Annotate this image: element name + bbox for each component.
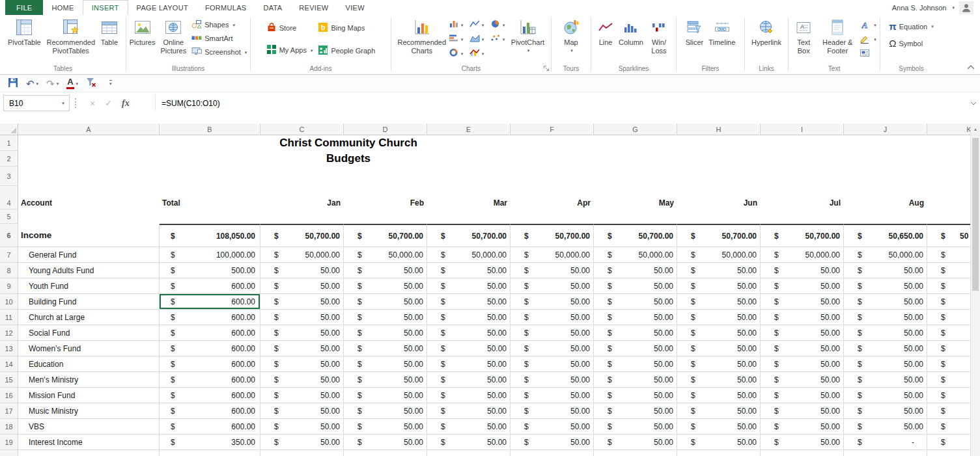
header-footer-button[interactable]: Header & Footer bbox=[818, 16, 857, 55]
name-box[interactable]: B10 ▾ bbox=[3, 95, 70, 111]
account-month-cell[interactable]: $50.00 bbox=[594, 403, 677, 419]
tab-insert[interactable]: INSERT bbox=[83, 0, 128, 15]
account-month-cell[interactable]: $50.00 bbox=[511, 403, 594, 419]
tab-view[interactable]: VIEW bbox=[337, 0, 373, 15]
account-month-cell[interactable]: $50.00 bbox=[594, 278, 677, 294]
account-month-cell[interactable]: $50.00 bbox=[260, 325, 344, 341]
row-header-13[interactable]: 13 bbox=[0, 341, 18, 356]
income-month-cell[interactable]: $50,650.00 bbox=[844, 224, 927, 247]
account-total-cell[interactable]: $100,000.00 bbox=[160, 247, 260, 263]
account-total-cell[interactable]: $600.00 bbox=[160, 356, 260, 372]
account-month-cell[interactable]: $- bbox=[844, 435, 927, 450]
account-month-cell[interactable]: $50.00 bbox=[844, 278, 927, 294]
account-month-cell[interactable]: $50.00 bbox=[677, 263, 761, 278]
row-header-11[interactable]: 11 bbox=[0, 310, 18, 325]
account-month-cell[interactable]: $50.00 bbox=[844, 341, 927, 356]
account-name-cell[interactable]: VBS bbox=[18, 419, 160, 435]
people-graph-button[interactable]: People Graph bbox=[316, 44, 376, 57]
row-header-2[interactable]: 2 bbox=[0, 151, 18, 167]
row-header-17[interactable]: 17 bbox=[0, 403, 18, 419]
account-month-cell[interactable]: $50.00 bbox=[344, 388, 427, 403]
empty-cell[interactable] bbox=[18, 167, 980, 186]
account-name-cell[interactable]: Youth Fund bbox=[18, 278, 160, 294]
account-month-cell[interactable]: $50.00 bbox=[260, 263, 344, 278]
account-month-cell[interactable]: $50.00 bbox=[761, 325, 844, 341]
account-month-cell[interactable]: $50.00 bbox=[260, 310, 344, 325]
account-month-cell[interactable]: $50.00 bbox=[344, 356, 427, 372]
column-header-H[interactable]: H bbox=[677, 124, 761, 135]
account-month-cell[interactable]: $50.00 bbox=[344, 419, 427, 435]
account-total-cell[interactable]: $600.00 bbox=[160, 403, 260, 419]
user-avatar-icon[interactable] bbox=[959, 1, 973, 14]
account-month-cell[interactable]: $50.00 bbox=[511, 263, 594, 278]
account-month-cell[interactable]: $50.00 bbox=[844, 325, 927, 341]
row-header-14[interactable]: 14 bbox=[0, 356, 18, 372]
account-month-cell[interactable]: $50.00 bbox=[427, 325, 511, 341]
insert-bar-chart-button[interactable]: ▾ bbox=[449, 34, 467, 44]
account-total-cell[interactable]: $500.00 bbox=[160, 263, 260, 278]
column-header-A[interactable]: A bbox=[18, 124, 160, 135]
account-month-cell[interactable]: $50.00 bbox=[761, 294, 844, 310]
equation-button[interactable]: π Equation ▾ bbox=[888, 21, 934, 32]
account-month-cell[interactable]: $50.00 bbox=[511, 278, 594, 294]
income-label-cell[interactable]: Income bbox=[18, 224, 160, 247]
account-month-cell[interactable]: $50.00 bbox=[344, 435, 427, 450]
row-header-20[interactable] bbox=[0, 450, 18, 456]
month-header-cell[interactable]: Apr bbox=[511, 186, 594, 209]
expand-formula-bar-button[interactable] bbox=[968, 95, 979, 111]
my-apps-button[interactable]: My Apps ▾ bbox=[265, 44, 315, 57]
account-total-cell[interactable]: $600.00 bbox=[160, 325, 260, 341]
text-box-button[interactable]: A Text Box bbox=[789, 16, 818, 55]
signature-line-button[interactable]: ▾ bbox=[858, 33, 878, 46]
account-total-cell[interactable]: $600.00 bbox=[160, 310, 260, 325]
formula-bar-resize-handle[interactable] bbox=[75, 98, 76, 108]
column-header-I[interactable]: I bbox=[761, 124, 844, 135]
account-month-cell[interactable]: $50.00 bbox=[761, 435, 844, 450]
scrollbar-thumb[interactable] bbox=[972, 138, 979, 291]
screenshot-button[interactable]: Screenshot ▾ bbox=[190, 46, 248, 58]
column-header-J[interactable]: J bbox=[844, 124, 927, 135]
empty-cell[interactable] bbox=[18, 209, 980, 224]
income-month-cell[interactable]: $50,700.00 bbox=[344, 224, 427, 247]
row-header-10[interactable]: 10 bbox=[0, 294, 18, 310]
empty-cell[interactable] bbox=[160, 450, 260, 456]
account-name-cell[interactable]: Young Adults Fund bbox=[18, 263, 160, 278]
title-cell[interactable]: Christ Community Church bbox=[18, 135, 980, 151]
account-month-cell[interactable]: $50.00 bbox=[594, 356, 677, 372]
enter-entry-icon[interactable]: ✓ bbox=[105, 98, 112, 108]
row-header-8[interactable]: 8 bbox=[0, 263, 18, 278]
account-month-cell[interactable]: $50.00 bbox=[594, 263, 677, 278]
income-month-cell[interactable]: $50,700.00 bbox=[511, 224, 594, 247]
scroll-up-icon[interactable]: ▲ bbox=[971, 124, 980, 135]
account-month-cell[interactable]: $50.00 bbox=[427, 341, 511, 356]
shapes-button[interactable]: Shapes ▾ bbox=[190, 19, 248, 31]
column-header-F[interactable]: F bbox=[511, 124, 594, 135]
month-header-cell[interactable]: Mar bbox=[427, 186, 511, 209]
tab-file[interactable]: FILE bbox=[5, 0, 43, 15]
account-month-cell[interactable]: $50.00 bbox=[427, 294, 511, 310]
account-total-cell[interactable]: $600.00 bbox=[160, 294, 260, 310]
account-month-cell[interactable]: $50.00 bbox=[761, 310, 844, 325]
insert-column-chart-button[interactable]: ▾ bbox=[449, 20, 467, 30]
sparkline-winloss-button[interactable]: Win/ Loss bbox=[646, 16, 672, 55]
map-button[interactable]: Map ▾ bbox=[560, 16, 582, 53]
account-month-cell[interactable]: $50.00 bbox=[427, 278, 511, 294]
select-all-button[interactable] bbox=[0, 124, 18, 135]
recommended-pivottables-button[interactable]: Recommended PivotTables bbox=[44, 16, 98, 55]
slicer-button[interactable]: Slicer bbox=[683, 16, 707, 47]
account-month-cell[interactable]: $50.00 bbox=[260, 294, 344, 310]
empty-cell[interactable] bbox=[511, 450, 594, 456]
account-month-cell[interactable]: $50.00 bbox=[344, 341, 427, 356]
account-month-cell[interactable]: $50.00 bbox=[511, 310, 594, 325]
account-month-cell[interactable]: $50.00 bbox=[677, 341, 761, 356]
tab-formulas[interactable]: FORMULAS bbox=[197, 0, 255, 15]
account-name-cell[interactable]: Mission Fund bbox=[18, 388, 160, 403]
cancel-entry-icon[interactable]: × bbox=[90, 98, 95, 109]
formula-input[interactable]: =SUM(C10:O10) bbox=[155, 95, 966, 111]
symbol-button[interactable]: Ω Symbol bbox=[888, 38, 934, 49]
account-month-cell[interactable]: $50.00 bbox=[511, 325, 594, 341]
account-area[interactable]: Anna S. Johnson ▾ bbox=[892, 0, 980, 15]
row-header-15[interactable]: 15 bbox=[0, 372, 18, 388]
account-month-cell[interactable]: $50.00 bbox=[677, 294, 761, 310]
pivotchart-button[interactable]: PivotChart ▾ bbox=[509, 16, 547, 53]
